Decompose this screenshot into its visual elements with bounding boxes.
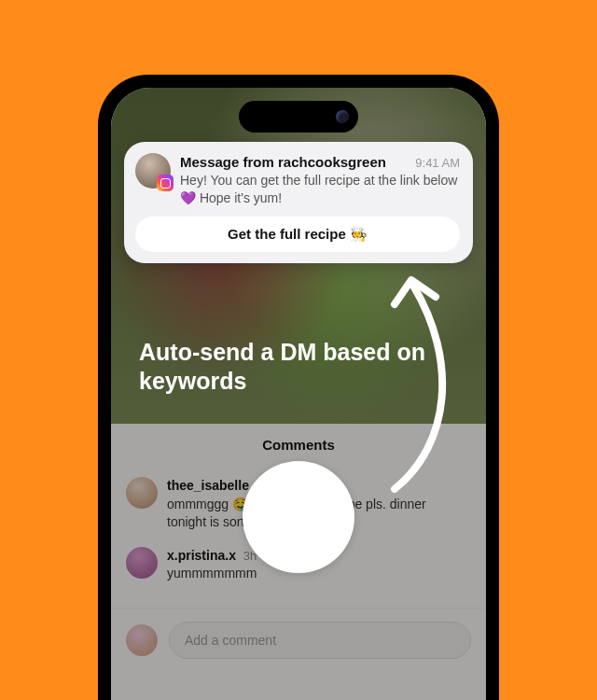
dynamic-island	[239, 101, 358, 133]
recipe-button[interactable]: Get the full recipe 🧑‍🍳	[135, 217, 460, 252]
notification-body: Message from rachcooksgreen 9:41 AM Hey!…	[180, 153, 460, 207]
phone-screen: Comments thee_isabelle_martinez 1h ommmg…	[111, 88, 486, 700]
notification-title: Message from rachcooksgreen	[180, 153, 386, 172]
instagram-icon	[157, 175, 174, 191]
notification-card[interactable]: Message from rachcooksgreen 9:41 AM Hey!…	[124, 142, 473, 263]
notification-text: Hey! You can get the full recipe at the …	[180, 172, 460, 207]
phone-frame: Comments thee_isabelle_martinez 1h ommmg…	[98, 75, 499, 700]
touch-indicator	[243, 461, 354, 573]
notification-time: 9:41 AM	[415, 155, 460, 172]
avatar	[135, 153, 171, 189]
front-camera	[336, 110, 349, 123]
promo-text: Auto-send a DM based on keywords	[139, 338, 449, 397]
